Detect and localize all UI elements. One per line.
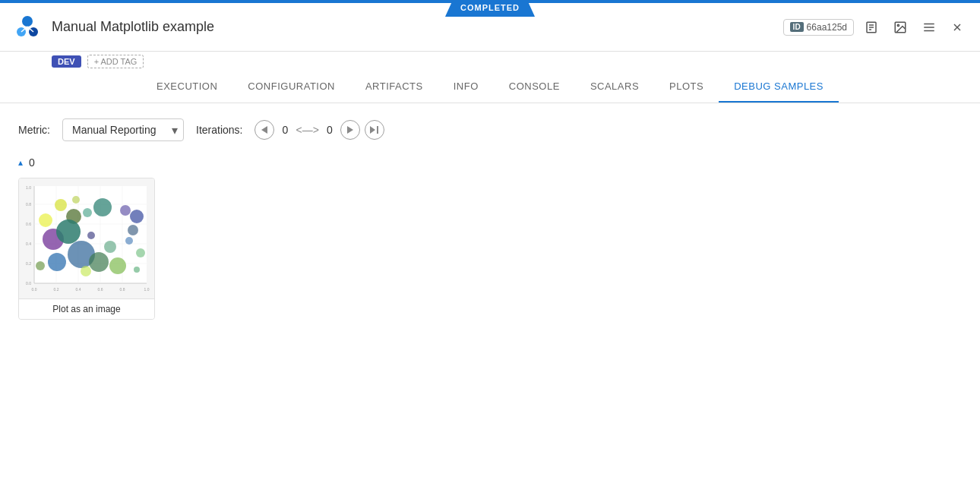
tag-bar: DEV + ADD TAG bbox=[0, 52, 980, 71]
nav-tabs: EXECUTION CONFIGURATION ARTIFACTS INFO C… bbox=[0, 71, 980, 103]
arrow-right-icon bbox=[347, 126, 353, 134]
logo-icon bbox=[14, 14, 41, 41]
metric-label: Metric: bbox=[18, 124, 50, 136]
svg-point-39 bbox=[48, 253, 66, 271]
svg-text:0.6: 0.6 bbox=[98, 287, 103, 292]
svg-text:0.2: 0.2 bbox=[54, 287, 59, 292]
svg-point-43 bbox=[136, 248, 145, 257]
skip-end-icon bbox=[370, 125, 379, 134]
tab-debug-samples[interactable]: DEBUG SAMPLES bbox=[719, 71, 839, 103]
tab-info[interactable]: INFO bbox=[438, 71, 494, 103]
svg-point-32 bbox=[55, 199, 67, 211]
task-id-badge: ID 66aa125d bbox=[783, 19, 854, 36]
svg-point-49 bbox=[89, 252, 109, 272]
image-card-label: Plot as an image bbox=[19, 298, 154, 319]
iter-last-button[interactable] bbox=[365, 120, 384, 140]
svg-point-0 bbox=[22, 16, 33, 27]
iter-next-button[interactable] bbox=[340, 120, 360, 140]
svg-text:1.0: 1.0 bbox=[26, 185, 31, 190]
svg-text:0.4: 0.4 bbox=[76, 287, 81, 292]
svg-rect-17 bbox=[377, 126, 378, 134]
svg-text:0.8: 0.8 bbox=[26, 202, 31, 207]
svg-marker-14 bbox=[261, 126, 267, 134]
svg-point-34 bbox=[93, 198, 112, 216]
svg-point-48 bbox=[36, 261, 45, 270]
svg-text:0.2: 0.2 bbox=[26, 261, 31, 266]
svg-text:0.8: 0.8 bbox=[120, 287, 125, 292]
tab-console[interactable]: CONSOLE bbox=[494, 71, 575, 103]
tab-configuration[interactable]: CONFIGURATION bbox=[232, 71, 350, 103]
id-label: ID bbox=[790, 22, 804, 32]
scatter-plot-image: 0.0 0.2 0.4 0.6 0.8 1.0 0.0 0.2 0.4 0.6 … bbox=[19, 178, 154, 298]
iterations-label: Iterations: bbox=[196, 124, 242, 136]
svg-point-41 bbox=[104, 241, 116, 253]
dev-tag: DEV bbox=[52, 55, 81, 68]
tab-artifacts[interactable]: ARTIFACTS bbox=[350, 71, 438, 103]
section-header: ▴ 0 bbox=[18, 156, 962, 169]
report-icon bbox=[865, 21, 878, 34]
close-icon bbox=[951, 21, 963, 33]
svg-point-33 bbox=[83, 208, 92, 217]
tab-scalars[interactable]: SCALARS bbox=[575, 71, 654, 103]
svg-point-44 bbox=[39, 213, 52, 227]
svg-marker-15 bbox=[347, 126, 353, 134]
svg-text:0.0: 0.0 bbox=[32, 287, 37, 292]
iterations-controls: 0 <—> 0 bbox=[254, 120, 384, 140]
iter-range-icon: <—> bbox=[296, 124, 318, 136]
scatter-plot-svg: 0.0 0.2 0.4 0.6 0.8 1.0 0.0 0.2 0.4 0.6 … bbox=[19, 178, 154, 298]
svg-text:0.0: 0.0 bbox=[26, 281, 31, 286]
iter-from-value: 0 bbox=[279, 124, 291, 136]
image-button[interactable] bbox=[889, 16, 912, 39]
completed-badge: COMPLETED bbox=[445, 0, 535, 17]
svg-point-8 bbox=[897, 24, 899, 26]
svg-text:0.6: 0.6 bbox=[26, 222, 31, 226]
svg-text:1.0: 1.0 bbox=[144, 287, 150, 292]
svg-marker-16 bbox=[370, 126, 375, 134]
svg-point-51 bbox=[128, 225, 138, 235]
svg-point-45 bbox=[81, 266, 91, 276]
svg-point-47 bbox=[134, 267, 140, 273]
arrow-left-icon bbox=[261, 126, 267, 134]
iter-prev-button[interactable] bbox=[254, 120, 274, 140]
top-bar: COMPLETED bbox=[0, 0, 980, 3]
header-actions: ID 66aa125d bbox=[783, 16, 968, 39]
svg-point-50 bbox=[72, 196, 80, 204]
close-button[interactable] bbox=[947, 17, 968, 38]
content: Metric: Manual Reporting ▾ Iterations: 0… bbox=[0, 103, 980, 335]
section-collapse-icon[interactable]: ▴ bbox=[18, 157, 23, 168]
id-value: 66aa125d bbox=[807, 22, 847, 33]
image-icon bbox=[893, 21, 907, 34]
svg-point-46 bbox=[109, 257, 126, 274]
debug-image-card[interactable]: 0.0 0.2 0.4 0.6 0.8 1.0 0.0 0.2 0.4 0.6 … bbox=[18, 178, 155, 320]
metric-select-wrapper: Manual Reporting ▾ bbox=[62, 118, 184, 141]
iter-to-value: 0 bbox=[324, 124, 336, 136]
svg-point-37 bbox=[56, 219, 81, 244]
report-button[interactable] bbox=[860, 16, 883, 39]
add-tag-button[interactable]: + ADD TAG bbox=[87, 55, 144, 68]
svg-point-38 bbox=[87, 232, 95, 239]
menu-button[interactable] bbox=[918, 16, 940, 39]
controls-row: Metric: Manual Reporting ▾ Iterations: 0… bbox=[18, 118, 962, 141]
metric-dropdown[interactable]: Manual Reporting bbox=[62, 118, 184, 141]
logo bbox=[12, 12, 43, 43]
section-number: 0 bbox=[29, 156, 35, 169]
tab-plots[interactable]: PLOTS bbox=[654, 71, 719, 103]
svg-text:0.4: 0.4 bbox=[26, 242, 31, 246]
page-title: Manual Matplotlib example bbox=[52, 19, 783, 35]
svg-point-35 bbox=[120, 205, 131, 216]
svg-point-42 bbox=[125, 237, 133, 245]
svg-point-36 bbox=[130, 210, 144, 223]
hamburger-icon bbox=[922, 21, 936, 34]
tab-execution[interactable]: EXECUTION bbox=[141, 71, 232, 103]
